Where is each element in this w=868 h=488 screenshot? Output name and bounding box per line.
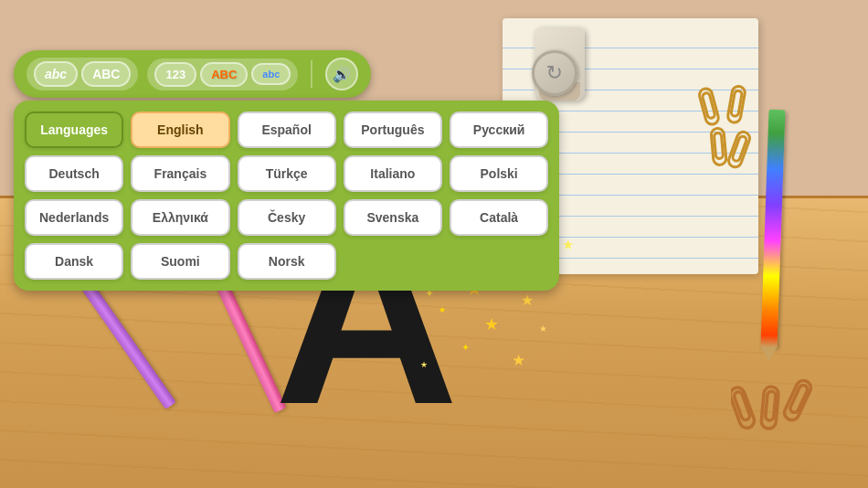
languages-label-button: Languages — [25, 111, 123, 148]
undo-icon: ↺ — [546, 61, 563, 85]
handwriting-group: abc ABC — [26, 58, 138, 90]
lang-portugues-button[interactable]: Português — [344, 111, 442, 148]
paperclips-bottom-right — [731, 378, 813, 451]
style-group: 123 ABC abc — [147, 58, 298, 90]
lang-russian-button[interactable]: Русский — [450, 111, 548, 148]
abc-lower-button[interactable]: abc — [34, 61, 78, 87]
lang-greek-button[interactable]: Ελληνικά — [131, 199, 229, 236]
lang-catala-button[interactable]: Català — [450, 199, 548, 236]
language-grid: Languages English Español Português Русс… — [25, 111, 548, 280]
numbers-button[interactable]: 123 — [154, 62, 196, 87]
lang-nederlands-button[interactable]: Nederlands — [25, 199, 123, 236]
sound-icon: 🔊 — [333, 66, 351, 83]
lang-svenska-button[interactable]: Svenska — [344, 199, 442, 236]
lang-suomi-button[interactable]: Suomi — [131, 243, 229, 280]
abc-small-button[interactable]: abc — [251, 63, 291, 85]
lang-norsk-button[interactable]: Norsk — [238, 243, 336, 280]
abc-color-button[interactable]: ABC — [200, 62, 248, 87]
lang-cesky-button[interactable]: Česky — [238, 199, 336, 236]
language-panel: Languages English Español Português Русс… — [14, 101, 559, 291]
svg-rect-5 — [714, 133, 723, 159]
lang-dansk-button[interactable]: Dansk — [25, 243, 123, 280]
svg-rect-6 — [727, 130, 751, 168]
lang-italiano-button[interactable]: Italiano — [344, 155, 442, 192]
lang-espanol-button[interactable]: Español — [238, 111, 336, 148]
lang-deutsch-button[interactable]: Deutsch — [25, 155, 123, 192]
undo-button[interactable]: ↺ — [532, 50, 577, 96]
toolbar-separator — [311, 60, 312, 88]
lang-francais-button[interactable]: Français — [131, 155, 229, 192]
lang-turkce-button[interactable]: Türkçe — [238, 155, 336, 192]
svg-rect-12 — [782, 378, 813, 422]
lang-polski-button[interactable]: Polski — [450, 155, 548, 192]
sound-button[interactable]: 🔊 — [325, 58, 358, 90]
notebook-torn-edge — [503, 18, 758, 27]
lang-english-button[interactable]: English — [131, 111, 229, 148]
svg-rect-11 — [765, 391, 776, 421]
paperclips-right — [696, 82, 751, 201]
toolbar: abc ABC 123 ABC abc 🔊 — [14, 50, 371, 98]
abc-upper-button[interactable]: ABC — [81, 61, 131, 87]
